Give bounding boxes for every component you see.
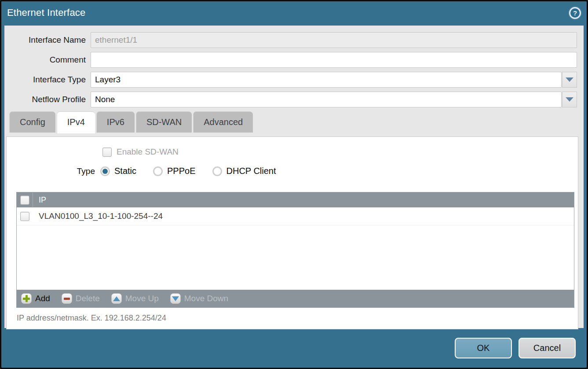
row-checkbox[interactable] (20, 212, 29, 221)
netflow-profile-field-wrap (91, 92, 577, 107)
comment-label: Comment (4, 55, 91, 65)
radio-button-icon (212, 166, 222, 176)
row-checkbox-cell (17, 207, 33, 225)
radio-static[interactable]: Static (100, 166, 153, 176)
move-up-button: Move Up (111, 293, 159, 304)
interface-type-label: Interface Type (4, 75, 91, 85)
interface-name-input (91, 32, 577, 48)
comment-row: Comment (4, 52, 584, 68)
ipv4-tab-panel: Enable SD-WAN Type Static PPPoE DHCP Cli… (6, 137, 578, 329)
help-icon[interactable]: ? (569, 7, 581, 19)
select-all-checkbox[interactable] (20, 196, 29, 205)
netflow-profile-dropdown-button[interactable] (562, 92, 577, 107)
ip-cell: VLAN0100_L3_10-1-100-254--24 (33, 211, 163, 221)
interface-type-dropdown-button[interactable] (562, 72, 577, 88)
delete-button: Delete (62, 293, 100, 304)
netflow-profile-label: Netflow Profile (4, 95, 91, 104)
table-body: VLAN0100_L3_10-1-100-254--24 (17, 207, 574, 290)
netflow-profile-input[interactable] (91, 92, 562, 107)
dialog-body: Interface Name Comment Interface Type Ne… (4, 26, 584, 329)
netflow-profile-row: Netflow Profile (4, 92, 584, 107)
ip-address-table: IP VLAN0100_L3_10-1-100-254--24 Add (16, 192, 574, 308)
chevron-down-icon (566, 97, 573, 102)
table-toolbar: Add Delete Move Up Move Down (17, 290, 574, 307)
radio-dhcp-client-label: DHCP Client (226, 166, 276, 176)
cancel-button[interactable]: Cancel (519, 338, 576, 358)
add-button-label: Add (35, 294, 50, 303)
interface-name-label: Interface Name (4, 35, 91, 45)
select-all-cell (17, 192, 33, 207)
type-radio-group: Type Static PPPoE DHCP Client (7, 166, 293, 176)
enable-sdwan-row: Enable SD-WAN (102, 147, 179, 157)
arrow-down-icon (170, 293, 181, 304)
move-down-button-label: Move Down (184, 294, 228, 303)
radio-button-icon (100, 166, 110, 176)
interface-name-row: Interface Name (4, 32, 584, 48)
radio-button-icon (153, 166, 163, 176)
interface-type-input[interactable] (91, 72, 562, 88)
tab-ipv6[interactable]: IPv6 (96, 111, 135, 133)
table-header: IP (17, 192, 574, 207)
ip-format-hint: IP address/netmask. Ex. 192.168.2.254/24 (17, 314, 166, 323)
comment-field-wrap (91, 52, 577, 68)
radio-dhcp-client[interactable]: DHCP Client (212, 166, 293, 176)
table-row[interactable]: VLAN0100_L3_10-1-100-254--24 (17, 207, 574, 225)
interface-type-row: Interface Type (4, 72, 584, 88)
add-button[interactable]: Add (21, 293, 50, 304)
radio-static-label: Static (114, 166, 136, 176)
enable-sdwan-label: Enable SD-WAN (117, 147, 179, 157)
plus-icon (21, 293, 32, 304)
minus-icon (62, 293, 72, 304)
interface-name-field-wrap (91, 32, 577, 48)
move-down-button: Move Down (170, 293, 228, 304)
radio-pppoe[interactable]: PPPoE (153, 166, 212, 176)
ok-button[interactable]: OK (455, 338, 512, 358)
tab-strip: Config IPv4 IPv6 SD-WAN Advanced (9, 111, 584, 133)
enable-sdwan-checkbox (102, 148, 112, 157)
tab-sdwan[interactable]: SD-WAN (136, 111, 192, 133)
column-header-ip: IP (33, 196, 46, 205)
ethernet-interface-dialog: Ethernet Interface ? Interface Name Comm… (0, 0, 588, 369)
comment-input[interactable] (91, 52, 577, 68)
title-bar: Ethernet Interface ? (1, 1, 587, 24)
arrow-up-icon (111, 293, 122, 304)
tab-advanced[interactable]: Advanced (193, 111, 253, 133)
dialog-title: Ethernet Interface (1, 7, 85, 18)
chevron-down-icon (566, 77, 573, 82)
type-label: Type (7, 166, 100, 176)
interface-type-field-wrap (91, 72, 577, 88)
tab-config[interactable]: Config (9, 111, 55, 133)
delete-button-label: Delete (76, 294, 100, 303)
radio-pppoe-label: PPPoE (167, 166, 195, 176)
dialog-footer: OK Cancel (1, 328, 587, 368)
tab-ipv4[interactable]: IPv4 (57, 111, 95, 133)
move-up-button-label: Move Up (125, 294, 159, 303)
